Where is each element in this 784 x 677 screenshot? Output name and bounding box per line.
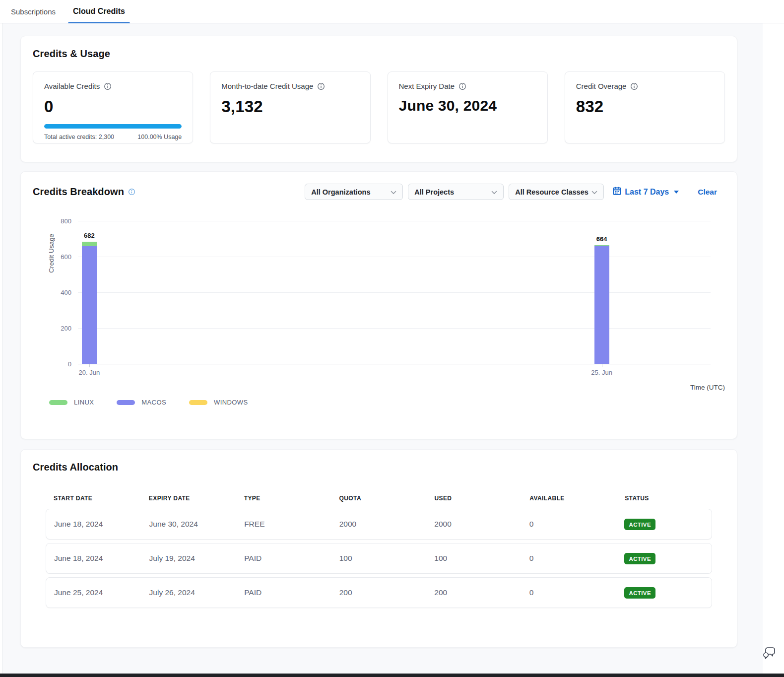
cell-quota: 100: [331, 554, 427, 563]
bar-total-label: 664: [587, 235, 617, 243]
status-badge: ACTIVE: [624, 587, 655, 599]
y-tick-label: 400: [33, 289, 71, 296]
column-header: AVAILABLE: [522, 495, 617, 502]
mtd-usage-label: Month-to-date Credit Usage: [221, 82, 359, 90]
support-chat-icon[interactable]: [762, 646, 776, 661]
credit-usage-chart: Credit Usage 0200400600800 20. Jun25. Ju…: [33, 214, 725, 410]
cell-type: PAID: [236, 588, 331, 597]
stat-cards-row: Available Credits 0 Total active credits…: [33, 71, 725, 143]
credit-overage-label: Credit Overage: [576, 82, 714, 90]
mtd-usage-value: 3,132: [221, 97, 359, 116]
legend-swatch: [189, 400, 207, 405]
cell-used: 100: [426, 554, 522, 563]
date-range-label: Last 7 Days: [625, 188, 669, 197]
chevron-down-icon: [391, 188, 396, 196]
info-icon[interactable]: [128, 188, 135, 196]
cell-quota: 2000: [331, 520, 427, 529]
breakdown-filters: All Organizations All Projects All Resou…: [305, 184, 725, 200]
next-expiry-label: Next Expiry Date: [399, 82, 536, 90]
bar-20-jun[interactable]: [82, 242, 97, 364]
projects-select[interactable]: All Projects: [408, 184, 504, 200]
gridline: [78, 292, 711, 293]
bottom-edge-bar: [0, 674, 784, 677]
next-expiry-value: June 30, 2024: [399, 97, 536, 114]
cell-expiry-date: July 19, 2024: [141, 554, 237, 563]
x-tick-label: 20. Jun: [69, 369, 109, 376]
column-header: EXPIRY DATE: [141, 495, 236, 502]
info-icon[interactable]: [317, 82, 325, 90]
bar-segment-macos[interactable]: [82, 246, 97, 364]
legend-item-windows[interactable]: WINDOWS: [189, 399, 248, 406]
bar-segment-linux[interactable]: [82, 242, 97, 246]
y-tick-label: 600: [33, 253, 71, 261]
y-tick-label: 0: [33, 360, 71, 368]
cell-used: 200: [426, 588, 522, 597]
usage-percent: 100.00% Usage: [137, 134, 182, 140]
info-icon[interactable]: [630, 82, 638, 90]
cell-expiry-date: July 26, 2024: [141, 588, 237, 597]
cell-status: ACTIVE: [616, 519, 712, 530]
tab-cloud-credits[interactable]: Cloud Credits: [68, 0, 130, 23]
legend-item-linux[interactable]: LINUX: [49, 399, 94, 406]
column-header: STATUS: [617, 495, 712, 502]
date-range-picker[interactable]: Last 7 Days: [613, 187, 679, 197]
status-badge: ACTIVE: [624, 519, 655, 530]
cell-status: ACTIVE: [616, 553, 712, 564]
credit-overage-value: 832: [576, 97, 714, 116]
legend-label: MACOS: [141, 399, 166, 406]
cell-used: 2000: [426, 520, 522, 529]
credits-progress-fill: [44, 124, 182, 129]
legend-swatch: [117, 400, 135, 405]
credits-breakdown-title: Credits Breakdown: [33, 186, 135, 198]
credits-usage-panel: Credits & Usage Available Credits 0 Tota…: [20, 36, 737, 162]
legend-swatch: [49, 400, 67, 405]
bar-segment-macos[interactable]: [594, 246, 609, 364]
info-icon[interactable]: [458, 82, 466, 90]
organizations-select[interactable]: All Organizations: [305, 184, 403, 200]
x-tick-label: 25. Jun: [582, 369, 622, 376]
allocation-table-header: START DATEEXPIRY DATETYPEQUOTAUSEDAVAILA…: [46, 495, 712, 509]
x-tick-mark: [89, 364, 90, 367]
credits-progress-bar: [44, 124, 182, 129]
column-header: TYPE: [236, 495, 331, 502]
y-tick-label: 200: [33, 325, 71, 332]
x-axis-title: Time (UTC): [690, 384, 725, 391]
available-credits-label: Available Credits: [44, 82, 182, 90]
gridline: [78, 257, 711, 257]
legend-item-macos[interactable]: MACOS: [117, 399, 166, 406]
clear-filters-button[interactable]: Clear: [698, 188, 717, 197]
bar-total-label: 682: [74, 232, 104, 239]
table-row[interactable]: June 25, 2024July 26, 2024PAID2002000ACT…: [46, 577, 712, 608]
gridline: [78, 328, 711, 329]
status-badge: ACTIVE: [624, 553, 655, 564]
mtd-usage-card: Month-to-date Credit Usage 3,132: [210, 71, 370, 143]
caret-down-icon: [674, 191, 679, 194]
cell-start-date: June 25, 2024: [46, 588, 141, 597]
credits-allocation-panel: Credits Allocation START DATEEXPIRY DATE…: [20, 449, 737, 648]
info-icon[interactable]: [104, 82, 112, 90]
column-header: QUOTA: [331, 495, 427, 502]
cell-available: 0: [522, 554, 617, 563]
cell-start-date: June 18, 2024: [46, 520, 141, 529]
available-credits-value: 0: [44, 97, 182, 116]
x-tick-mark: [602, 364, 602, 367]
credits-allocation-title: Credits Allocation: [33, 462, 725, 473]
next-expiry-card: Next Expiry Date June 30, 2024: [388, 71, 548, 143]
legend-label: WINDOWS: [214, 399, 248, 406]
bar-25-jun[interactable]: [594, 245, 609, 364]
gridline: [78, 364, 711, 364]
column-header: USED: [426, 495, 522, 502]
column-header: START DATE: [46, 495, 141, 502]
allocation-table: START DATEEXPIRY DATETYPEQUOTAUSEDAVAILA…: [46, 495, 712, 608]
cell-start-date: June 18, 2024: [46, 554, 141, 563]
credit-overage-card: Credit Overage 832: [565, 71, 725, 143]
cell-status: ACTIVE: [616, 587, 712, 599]
table-row[interactable]: June 18, 2024July 19, 2024PAID1001000ACT…: [46, 543, 712, 574]
gridline: [78, 221, 711, 221]
cell-expiry-date: June 30, 2024: [141, 520, 237, 529]
tab-subscriptions[interactable]: Subscriptions: [11, 0, 56, 23]
credits-breakdown-panel: Credits Breakdown All Organizations All …: [20, 171, 737, 439]
resource-classes-select[interactable]: All Resource Classes: [509, 184, 604, 200]
total-active-credits: Total active credits: 2,300: [44, 134, 114, 140]
table-row[interactable]: June 18, 2024June 30, 2024FREE200020000A…: [46, 509, 712, 540]
